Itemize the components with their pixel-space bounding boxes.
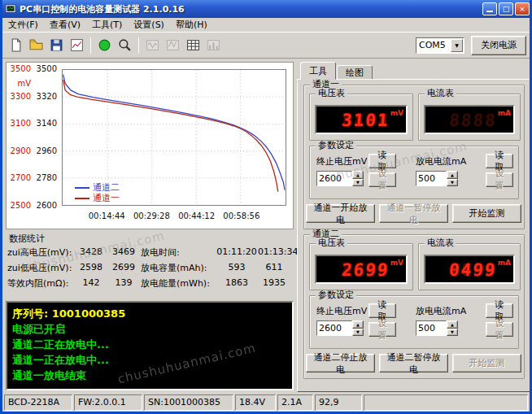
channel1-start-monitor-button[interactable]: 开始监测 — [452, 204, 521, 223]
y-axis-label: 3100 — [8, 119, 31, 128]
spin-down-icon[interactable]: ▼ — [447, 329, 458, 337]
stat-label: 放电能量(mWh): — [141, 277, 216, 290]
tab-plot[interactable]: 绘图 — [337, 65, 373, 80]
channel1-current-read-button[interactable]: 读取 — [486, 154, 513, 168]
tab-tools[interactable]: 工具 — [300, 62, 336, 80]
stat-value: 611 — [258, 262, 290, 274]
channel2-current-read-button[interactable]: 读取 — [486, 303, 513, 318]
chevron-down-icon: ▼ — [451, 39, 463, 52]
open-file-icon[interactable] — [26, 36, 46, 55]
stat-label: zui低电压(mV): — [7, 262, 76, 274]
voltage-unit: mV — [390, 259, 403, 267]
channel1-voltmeter-display: 8888 3101 mV — [315, 105, 408, 134]
channel1-end-voltage-input[interactable] — [316, 171, 352, 186]
tab-strip: 工具 绘图 — [300, 63, 373, 80]
spin-down-icon[interactable]: ▼ — [447, 179, 458, 187]
channel1-params-group: 参数设定 终止电压mV ▲ ▼ 读取 设置 放电电流mA — [309, 146, 519, 199]
status-model: BCD-2218A — [4, 394, 72, 411]
channel2-stop-discharge-button[interactable]: 通道二停止放电 — [306, 354, 375, 373]
statistics-caption: 数据统计 — [9, 233, 45, 245]
channel1-current-stepper[interactable]: ▲ ▼ — [416, 171, 458, 186]
titlebar: PC串口控制的电池容量测试器 2.1.0.16 □ × — [0, 0, 532, 18]
channel2-params-group: 参数设定 终止电压mV ▲ ▼ 读取 设置 放电电流mA — [309, 295, 519, 349]
status-voltage: 18.4V — [235, 394, 276, 411]
status-empty — [364, 394, 528, 411]
spin-up-icon[interactable]: ▲ — [447, 320, 458, 329]
toolbar: COM5 ▼ 关闭电源 — [2, 33, 530, 59]
zoom-icon[interactable] — [115, 36, 134, 55]
spin-up-icon[interactable]: ▲ — [447, 171, 458, 179]
channel1-ammeter-group: 电流表 8888 mA — [418, 94, 521, 141]
status-bar: BCD-2218A FW:2.0.0.1 SN:1001000385 18.4V… — [2, 394, 530, 412]
channel1-end-voltage-stepper[interactable]: ▲ ▼ — [316, 171, 364, 186]
maximize-button[interactable]: □ — [499, 2, 513, 15]
channel1-voltage-set-button[interactable]: 设置 — [368, 172, 396, 187]
channel2-current-set-button[interactable]: 设置 — [486, 322, 513, 337]
window-title: PC串口控制的电池容量测试器 2.1.0.16 — [20, 3, 481, 15]
channel2-voltage-set-button[interactable]: 设置 — [368, 322, 396, 337]
spin-down-icon[interactable]: ▼ — [352, 329, 364, 337]
channel2-end-voltage-stepper[interactable]: ▲ ▼ — [316, 320, 364, 336]
tools-tab-panel: 通道一 电压表 8888 3101 mV 电流表 8888 mA — [297, 79, 531, 392]
channel1-ammeter-display: 8888 mA — [424, 105, 515, 134]
channel2-voltmeter-group: 电压表 8888 2699 mV — [309, 243, 413, 290]
discharge-chart: mV 通道二 通道一 35003300310029002700250035003… — [6, 62, 294, 229]
menu-help[interactable]: 帮助(H) — [170, 18, 213, 32]
x-axis-label: 00:14:44 — [85, 211, 128, 220]
y-axis-label: 3500 — [34, 64, 57, 73]
channel2-current-input[interactable] — [416, 320, 447, 336]
menu-view[interactable]: 查看(V) — [44, 18, 86, 32]
y-axis-unit: mV — [8, 79, 31, 88]
console-line: 通道一正在放电中... — [12, 352, 287, 368]
channel2-end-voltage-input[interactable] — [316, 320, 352, 336]
statistics-table: zui高电压(mV): 3428 3469 放电时间: 01:11:20 01:… — [7, 246, 290, 290]
channel2-current-stepper[interactable]: ▲ ▼ — [416, 320, 458, 336]
menu-settings[interactable]: 设置(S) — [128, 18, 170, 32]
stat-label: 放电时间: — [141, 246, 216, 259]
y-axis-label: 3500 — [8, 64, 31, 73]
app-window: PC串口控制的电池容量测试器 2.1.0.16 □ × 文件(F) 查看(V) … — [0, 0, 532, 414]
channel1-current-set-button[interactable]: 设置 — [486, 172, 513, 187]
new-file-icon[interactable] — [6, 36, 25, 55]
chart-icon[interactable] — [67, 36, 86, 55]
channel1-pause-discharge-button[interactable]: 通道一暂停放电 — [379, 204, 448, 223]
channel2-pause-discharge-button[interactable]: 通道二暂停放电 — [379, 354, 448, 373]
waveform-1-icon[interactable] — [142, 36, 162, 55]
y-axis-label: 2700 — [8, 173, 31, 182]
histogram-icon[interactable] — [203, 36, 223, 55]
channel1-current-input[interactable] — [416, 171, 447, 186]
channel2-start-monitor-button[interactable]: 开始监测 — [452, 354, 521, 373]
channel1-voltage-read-button[interactable]: 读取 — [368, 154, 396, 168]
toolbar-separator — [138, 37, 139, 54]
channel1-voltage-value: 3101 — [342, 112, 390, 129]
minimize-button[interactable] — [482, 2, 497, 15]
y-axis-label: 2500 — [8, 201, 31, 210]
channel1-start-discharge-button[interactable]: 通道一开始放电 — [306, 204, 375, 223]
connect-status-icon[interactable] — [94, 36, 114, 55]
power-off-button[interactable]: 关闭电源 — [471, 36, 526, 55]
com-port-select[interactable]: COM5 ▼ — [416, 37, 464, 54]
stat-value: 2699 — [107, 262, 141, 274]
menu-tools[interactable]: 工具(T) — [86, 18, 128, 32]
status-firmware: FW:2.0.0.1 — [74, 394, 142, 411]
ammeter-caption: 电流表 — [425, 238, 456, 248]
legend-item-channel1: 通道一 — [75, 193, 120, 203]
save-file-icon[interactable] — [46, 36, 66, 55]
voltage-unit: mV — [390, 109, 403, 117]
discharge-current-label: 放电电流mA — [416, 305, 466, 317]
data-table-icon[interactable] — [183, 36, 203, 55]
spin-down-icon[interactable]: ▼ — [352, 179, 364, 187]
stat-value: 1935 — [258, 277, 290, 290]
close-button[interactable]: × — [515, 2, 530, 15]
y-axis-label: 3140 — [34, 119, 57, 128]
menu-file[interactable]: 文件(F) — [2, 18, 44, 32]
stat-label: 等效内阻(mΩ): — [7, 277, 76, 290]
console-line: 通道一放电结束 — [12, 368, 287, 383]
channel2-voltage-read-button[interactable]: 读取 — [368, 303, 396, 318]
console-line: 电源已开启 — [12, 321, 287, 337]
spin-up-icon[interactable]: ▲ — [352, 320, 364, 329]
stat-value: 01:11:20 — [216, 246, 258, 259]
spin-up-icon[interactable]: ▲ — [352, 171, 364, 179]
waveform-2-icon[interactable] — [163, 36, 182, 55]
legend-swatch-channel2 — [75, 187, 89, 189]
